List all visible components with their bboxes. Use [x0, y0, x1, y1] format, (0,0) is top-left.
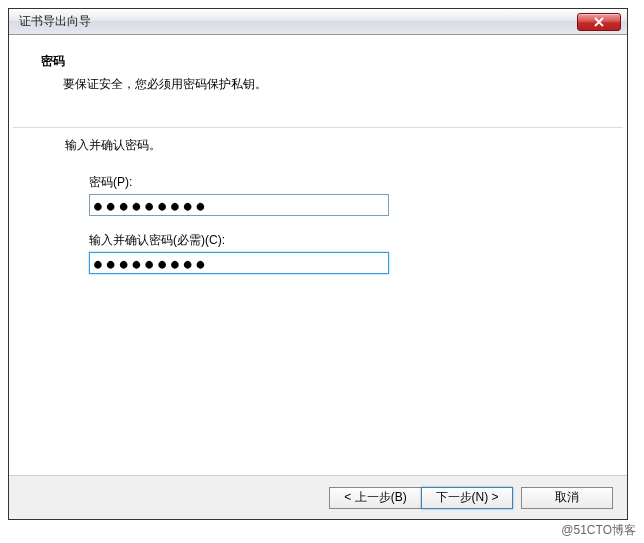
section-heading: 密码	[41, 53, 601, 70]
confirm-password-label: 输入并确认密码(必需)(C):	[89, 232, 601, 249]
wizard-window: 证书导出向导 密码 要保证安全，您必须用密码保护私钥。 输入并确认密码。 密码(…	[8, 8, 628, 520]
instruction-text: 输入并确认密码。	[65, 137, 601, 154]
button-bar: < 上一步(B) 下一步(N) > 取消	[9, 475, 627, 519]
confirm-password-input[interactable]	[89, 252, 389, 274]
close-icon	[594, 17, 604, 27]
back-button[interactable]: < 上一步(B)	[329, 487, 421, 509]
password-label: 密码(P):	[89, 174, 601, 191]
confirm-password-field-group: 输入并确认密码(必需)(C):	[89, 232, 601, 274]
nav-button-group: < 上一步(B) 下一步(N) >	[329, 487, 513, 509]
close-button[interactable]	[577, 13, 621, 31]
password-field-group: 密码(P):	[89, 174, 601, 216]
wizard-content: 密码 要保证安全，您必须用密码保护私钥。 输入并确认密码。 密码(P): 输入并…	[9, 35, 627, 475]
divider	[13, 127, 623, 128]
next-button[interactable]: 下一步(N) >	[421, 487, 513, 509]
watermark: @51CTO博客	[555, 520, 642, 541]
titlebar: 证书导出向导	[9, 9, 627, 35]
section-subheading: 要保证安全，您必须用密码保护私钥。	[63, 76, 601, 93]
window-title: 证书导出向导	[19, 13, 91, 30]
password-input[interactable]	[89, 194, 389, 216]
cancel-button[interactable]: 取消	[521, 487, 613, 509]
